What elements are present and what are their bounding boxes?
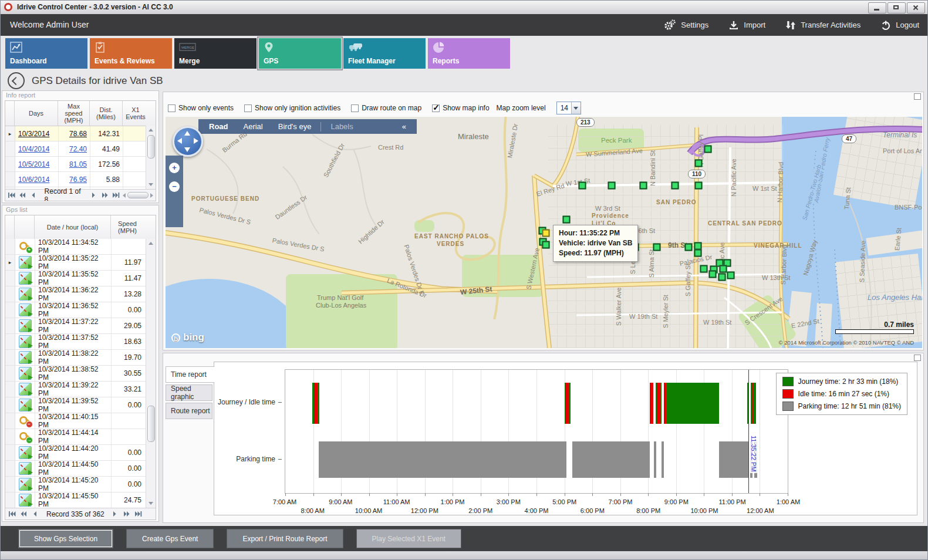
- nav-tile-fleet[interactable]: Fleet Manager: [343, 38, 426, 69]
- map-style-labels[interactable]: Labels: [330, 122, 353, 131]
- gps-list-row[interactable]: ▸10/3/2014 11:35:22 PM11.97: [5, 255, 146, 271]
- gps-marker[interactable]: [695, 182, 703, 190]
- checkbox-show-only-events[interactable]: Show only events: [168, 104, 234, 112]
- gps-marker[interactable]: [608, 182, 616, 190]
- tab-speed-graphic[interactable]: Speed graphic: [166, 384, 212, 401]
- info-report-scrollbar[interactable]: [146, 126, 156, 189]
- pager-fast-next-button[interactable]: [100, 191, 109, 200]
- pager-prev-button[interactable]: [31, 510, 41, 518]
- map-style-road[interactable]: Road: [209, 122, 228, 131]
- checkbox-box[interactable]: [168, 104, 176, 112]
- gps-list-scrollbar[interactable]: [146, 239, 156, 508]
- time-cursor-line[interactable]: [748, 370, 749, 493]
- gps-marker[interactable]: [695, 160, 703, 167]
- info-report-row[interactable]: ▸10/3/201478.68142.31: [5, 126, 156, 141]
- pager-fast-prev-button[interactable]: [19, 191, 28, 200]
- tab-time-report[interactable]: Time report: [166, 366, 215, 383]
- header-action-settings[interactable]: Settings: [663, 19, 708, 31]
- max-speed-link[interactable]: 78.68: [59, 126, 90, 141]
- gps-marker[interactable]: [720, 265, 727, 273]
- gps-list-row[interactable]: 10/3/2014 11:39:22 PM33.21: [5, 382, 146, 397]
- back-button[interactable]: [8, 72, 25, 89]
- pager-next-button[interactable]: [110, 510, 120, 518]
- nav-tile-gps[interactable]: GPS: [259, 38, 341, 69]
- checkbox-box[interactable]: [432, 104, 440, 112]
- day-link[interactable]: 10/3/2014: [15, 126, 59, 141]
- gps-list-row[interactable]: 10/3/2014 11:37:52 PM18.63: [5, 334, 146, 350]
- pager-fast-prev-button[interactable]: [19, 510, 29, 518]
- checkbox-show-map-info[interactable]: Show map info: [432, 104, 489, 112]
- gps-list-row[interactable]: 10/3/2014 11:37:22 PM29.05: [5, 318, 146, 334]
- map-bar-collapse-icon[interactable]: «: [402, 122, 406, 131]
- close-button[interactable]: [907, 2, 925, 14]
- gps-marker[interactable]: [563, 216, 571, 224]
- nav-tile-merge[interactable]: MERGEMerge: [174, 38, 257, 69]
- gps-marker[interactable]: [640, 182, 647, 190]
- header-action-import[interactable]: Import: [728, 20, 765, 31]
- pager-first-button[interactable]: [8, 510, 17, 518]
- zoom-in-icon[interactable]: +: [169, 163, 180, 173]
- chart-panel-maximize-icon[interactable]: [914, 355, 921, 361]
- gps-marker[interactable]: [704, 146, 712, 153]
- header-action-transfer[interactable]: Transfer Activities: [785, 20, 860, 31]
- gps-list-row[interactable]: −10/3/2014 11:40:15 PM: [5, 413, 146, 429]
- gps-list-row[interactable]: +10/3/2014 11:34:52 PM: [5, 239, 146, 255]
- gps-marker[interactable]: [671, 182, 679, 190]
- checkbox-box[interactable]: [351, 104, 359, 112]
- gps-list-row[interactable]: 10/3/2014 11:44:50 PM0.00: [5, 461, 146, 477]
- pager-last-button[interactable]: [134, 510, 143, 518]
- max-speed-link[interactable]: 72.40: [59, 141, 90, 156]
- gps-marker[interactable]: [727, 272, 735, 279]
- pager-next-button[interactable]: [89, 191, 98, 200]
- gps-marker[interactable]: [579, 182, 586, 190]
- gps-list-row[interactable]: 10/3/2014 11:44:20 PM0.00: [5, 445, 146, 461]
- pager-prev-button[interactable]: [30, 191, 39, 200]
- gps-marker[interactable]: [700, 265, 708, 273]
- day-link[interactable]: 10/4/2014: [15, 141, 59, 156]
- gps-marker[interactable]: [709, 271, 717, 278]
- create-gps-event-button[interactable]: Create Gps Event: [126, 529, 214, 548]
- tab-route-report[interactable]: Route report: [166, 403, 212, 419]
- map-style-birds-eye[interactable]: Bird's eye: [278, 122, 312, 131]
- export--print-route-report-button[interactable]: Export / Print Route Report: [227, 529, 343, 548]
- max-speed-link[interactable]: 81.05: [59, 157, 90, 171]
- map-zoom-level-select[interactable]: 14: [556, 102, 581, 114]
- pager-last-button[interactable]: [112, 191, 120, 200]
- info-report-row[interactable]: 10/5/201481.05172.56: [5, 157, 156, 172]
- gps-list-row[interactable]: 10/3/2014 11:36:52 PM0.00: [5, 302, 146, 318]
- map-viewport[interactable]: MiralesteCrest RdBurma RdSouthfield DrMi…: [166, 117, 922, 348]
- gps-list-row[interactable]: 10/3/2014 11:35:52 PM11.47: [5, 271, 146, 286]
- map-panel-maximize-icon[interactable]: [914, 93, 921, 100]
- pager-horizontal-scrollbar[interactable]: [123, 192, 153, 198]
- map-pan-compass[interactable]: [173, 126, 203, 157]
- nav-tile-dashboard[interactable]: Dashboard: [5, 38, 87, 69]
- gps-marker[interactable]: [685, 244, 693, 251]
- gps-marker-selected[interactable]: [542, 230, 550, 237]
- col-date-hour[interactable]: Date / hour (local): [35, 215, 111, 239]
- col-days[interactable]: Days: [15, 101, 58, 126]
- gps-list-row[interactable]: 10/3/2014 11:45:50 PM24.75: [5, 492, 146, 508]
- info-report-row[interactable]: 10/6/201476.955.88: [5, 172, 156, 187]
- nav-tile-reports[interactable]: Reports: [428, 38, 510, 69]
- show-gps-selection-button[interactable]: Show Gps Selection: [18, 529, 113, 548]
- zoom-out-icon[interactable]: −: [169, 181, 180, 192]
- gps-marker[interactable]: [653, 244, 661, 251]
- checkbox-draw-route-on-map[interactable]: Draw route on map: [351, 104, 421, 112]
- gps-list-row[interactable]: 10/3/2014 11:39:52 PM0.00: [5, 397, 146, 413]
- checkbox-show-only-ignition-activities[interactable]: Show only ignition activities: [244, 104, 340, 112]
- header-action-logout[interactable]: Logout: [880, 20, 919, 31]
- day-link[interactable]: 10/5/2014: [15, 157, 59, 171]
- gps-list-row[interactable]: 10/3/2014 11:45:20 PM0.00: [5, 477, 146, 492]
- gps-marker[interactable]: [694, 249, 702, 257]
- checkbox-box[interactable]: [244, 104, 252, 112]
- gps-list-row[interactable]: 10/3/2014 11:36:22 PM13.28: [5, 286, 146, 302]
- info-report-row[interactable]: 10/4/201472.4041.49: [5, 141, 156, 157]
- gps-list-row[interactable]: 10/3/2014 11:38:22 PM19.70: [5, 350, 146, 366]
- map-style-aerial[interactable]: Aerial: [244, 122, 263, 131]
- col-dist[interactable]: Dist. (Miles): [90, 101, 123, 126]
- gps-list-row[interactable]: 10/3/2014 11:38:52 PM30.55: [5, 366, 146, 382]
- col-speed[interactable]: Speed (MPH): [111, 215, 144, 239]
- nav-tile-events[interactable]: Events & Reviews: [90, 38, 172, 69]
- gps-marker[interactable]: [542, 241, 550, 249]
- col-max-speed[interactable]: Max speed (MPH): [58, 101, 90, 126]
